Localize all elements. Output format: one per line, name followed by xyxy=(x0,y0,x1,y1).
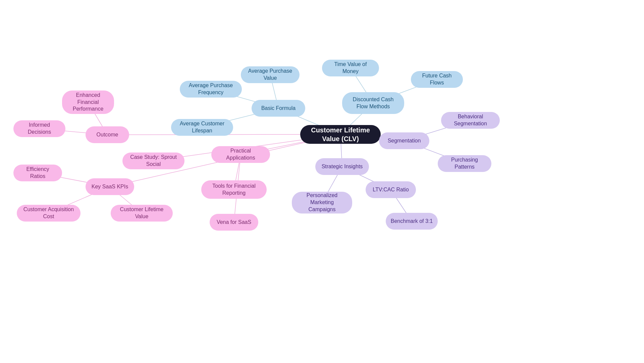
strategic-insights-node: Strategic Insights xyxy=(315,158,369,175)
mindmap-svg: Customer Lifetime Value (CLV)Basic Formu… xyxy=(0,0,644,363)
center-node: Customer Lifetime Value (CLV) xyxy=(300,125,381,144)
outcome-node: Outcome xyxy=(86,126,129,143)
avg-customer-lifespan-node: Average Customer Lifespan xyxy=(171,119,233,136)
time-value-money-node: Time Value of Money xyxy=(322,60,379,76)
avg-purchase-freq-node: Average Purchase Frequency xyxy=(180,81,242,98)
vena-saas-node: Vena for SaaS xyxy=(210,214,258,231)
behavioral-seg-node: Behavioral Segmentation xyxy=(441,112,500,129)
future-cash-flows-node: Future Cash Flows xyxy=(411,71,463,88)
clv-node-node: Customer Lifetime Value xyxy=(111,205,173,222)
informed-decisions-node: Informed Decisions xyxy=(13,120,65,137)
segmentation-node: Segmentation xyxy=(379,132,429,149)
tools-financial-node: Tools for Financial Reporting xyxy=(201,180,267,199)
enhanced-fp-node: Enhanced Financial Performance xyxy=(62,90,114,114)
basic-formula-node: Basic Formula xyxy=(252,100,305,117)
purchasing-patterns-node: Purchasing Patterns xyxy=(438,155,491,172)
personalized-marketing-node: Personalized Marketing Campaigns xyxy=(292,192,352,214)
cac-node: Customer Acquisition Cost xyxy=(17,205,80,222)
case-study-node: Case Study: Sprout Social xyxy=(122,153,184,169)
ltv-cac-node: LTV:CAC Ratio xyxy=(366,181,416,198)
key-saas-kpis-node: Key SaaS KPIs xyxy=(86,178,134,195)
practical-apps-node: Practical Applications xyxy=(211,146,270,163)
avg-purchase-value-node: Average Purchase Value xyxy=(241,66,300,83)
benchmark-node: Benchmark of 3:1 xyxy=(386,213,438,230)
discounted-cf-node: Discounted Cash Flow Methods xyxy=(342,92,404,114)
efficiency-ratios-node: Efficiency Ratios xyxy=(13,165,62,181)
